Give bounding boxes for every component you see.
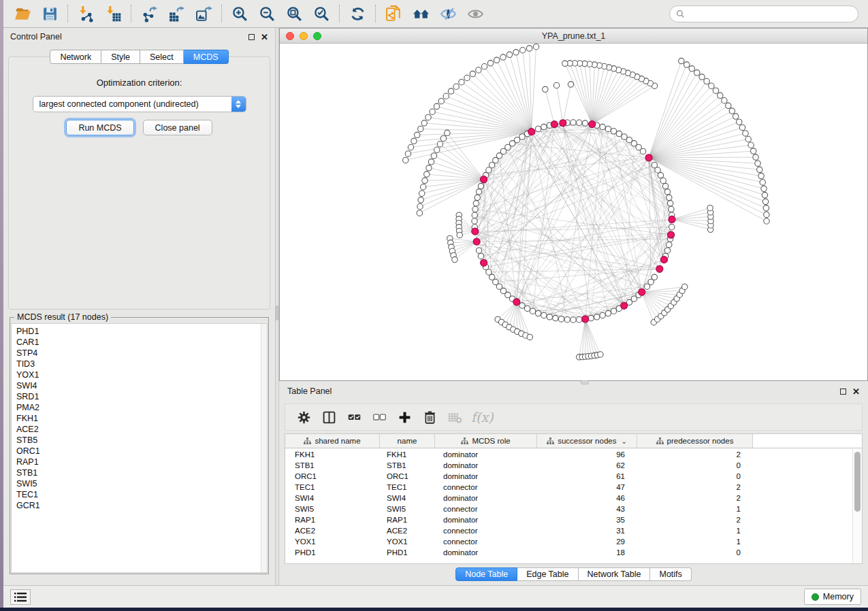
network-node[interactable]: [577, 317, 582, 323]
network-node[interactable]: [611, 129, 616, 134]
add-column-icon[interactable]: [394, 407, 415, 427]
node-table-body[interactable]: FKH1FKH1dominator962STB1STB1dominator620…: [285, 449, 852, 563]
network-node[interactable]: [527, 334, 532, 340]
network-node[interactable]: [739, 125, 745, 130]
network-node[interactable]: [541, 124, 547, 129]
network-node[interactable]: [751, 148, 756, 154]
network-node[interactable]: [729, 108, 735, 114]
tab-network[interactable]: Network: [50, 50, 101, 64]
network-node[interactable]: [562, 61, 568, 66]
splitter-grip[interactable]: [276, 306, 278, 320]
tab-network-table[interactable]: Network Table: [579, 567, 651, 581]
column-header-shared-name[interactable]: shared name: [285, 434, 380, 448]
network-node[interactable]: [408, 144, 413, 150]
mcds-hub-node[interactable]: [669, 216, 675, 222]
network-node[interactable]: [500, 54, 506, 60]
network-node[interactable]: [481, 64, 487, 69]
network-node[interactable]: [611, 308, 616, 314]
table-row[interactable]: RAP1RAP1dominator352: [285, 514, 852, 525]
network-node[interactable]: [616, 131, 622, 136]
network-node[interactable]: [411, 138, 417, 144]
network-node[interactable]: [594, 314, 600, 320]
table-row[interactable]: TEC1TEC1connector472: [285, 482, 852, 493]
network-node[interactable]: [434, 147, 440, 152]
mcds-hub-node[interactable]: [582, 316, 589, 323]
delete-column-icon[interactable]: [419, 407, 440, 427]
network-node[interactable]: [758, 173, 764, 178]
network-node[interactable]: [494, 57, 499, 63]
table-row[interactable]: ORC1ORC1dominator610: [285, 471, 852, 482]
network-canvas[interactable]: [280, 44, 867, 380]
mcds-hub-node[interactable]: [589, 121, 596, 128]
table-row[interactable]: STB1STB1dominator620: [285, 460, 852, 471]
network-node[interactable]: [600, 124, 605, 129]
import-table-icon[interactable]: [101, 3, 125, 24]
network-node[interactable]: [414, 132, 419, 137]
table-scrollbar[interactable]: [852, 449, 862, 563]
mcds-hub-node[interactable]: [481, 259, 487, 266]
zoom-in-icon[interactable]: [228, 3, 251, 24]
network-node[interactable]: [762, 193, 767, 198]
network-node[interactable]: [421, 120, 427, 126]
network-node[interactable]: [476, 67, 481, 73]
export-image-icon[interactable]: [192, 3, 215, 24]
mcds-result-item[interactable]: ORC1: [16, 446, 261, 457]
network-node[interactable]: [577, 120, 582, 125]
mcds-result-item[interactable]: SWI5: [16, 478, 261, 489]
network-window-titlebar[interactable]: YPA_prune.txt_1: [280, 29, 867, 44]
network-node[interactable]: [753, 154, 758, 160]
network-node[interactable]: [535, 310, 541, 316]
mcds-hub-node[interactable]: [513, 299, 520, 306]
mcds-result-item[interactable]: STB1: [16, 467, 261, 478]
memory-button[interactable]: Memory: [804, 589, 861, 605]
network-node[interactable]: [431, 153, 436, 159]
result-list-scrollbar[interactable]: [261, 324, 267, 572]
mcds-result-item[interactable]: TID3: [16, 359, 261, 369]
network-node[interactable]: [666, 195, 672, 200]
network-node[interactable]: [667, 201, 673, 206]
network-node[interactable]: [434, 103, 439, 109]
network-node[interactable]: [762, 199, 768, 204]
optimization-criterion-dropdown[interactable]: largest connected component (undirected): [33, 96, 246, 112]
network-node[interactable]: [743, 131, 748, 136]
network-node[interactable]: [662, 183, 668, 188]
network-node[interactable]: [475, 195, 480, 200]
network-node[interactable]: [736, 119, 741, 125]
network-node[interactable]: [424, 171, 430, 177]
table-row[interactable]: YOX1YOX1connector291: [285, 536, 852, 547]
network-node[interactable]: [658, 172, 663, 178]
network-node[interactable]: [445, 130, 450, 135]
mcds-result-list[interactable]: PHD1CAR1STP4TID3YOX1SWI4SRD1PMA2FKH1ACE2…: [11, 323, 268, 573]
table-row[interactable]: SWI5SWI5connector431: [285, 503, 852, 514]
table-row[interactable]: ACE2ACE2connector311: [285, 525, 852, 536]
tab-motifs[interactable]: Motifs: [650, 567, 691, 581]
network-node[interactable]: [524, 306, 530, 311]
network-node[interactable]: [453, 84, 459, 89]
network-node[interactable]: [699, 74, 705, 80]
network-node[interactable]: [459, 80, 464, 85]
network-node[interactable]: [684, 62, 689, 67]
network-node[interactable]: [570, 120, 576, 125]
network-node[interactable]: [655, 167, 660, 173]
network-node[interactable]: [553, 315, 558, 320]
network-node[interactable]: [478, 253, 483, 259]
tab-style[interactable]: Style: [101, 50, 140, 64]
column-header-predecessor-nodes[interactable]: predecessor nodes: [637, 434, 753, 448]
network-node[interactable]: [438, 98, 444, 103]
network-node[interactable]: [519, 134, 525, 139]
network-node[interactable]: [605, 126, 611, 131]
mcds-result-item[interactable]: GCR1: [16, 500, 261, 511]
network-node[interactable]: [489, 162, 494, 167]
network-node[interactable]: [507, 52, 512, 57]
network-node[interactable]: [600, 312, 605, 318]
zoom-fit-icon[interactable]: [283, 3, 306, 24]
network-node[interactable]: [763, 205, 769, 211]
network-node[interactable]: [430, 109, 435, 114]
network-node[interactable]: [760, 180, 765, 185]
network-node[interactable]: [689, 66, 694, 71]
network-node[interactable]: [564, 317, 570, 323]
close-table-panel-icon[interactable]: ✕: [852, 387, 860, 396]
network-node[interactable]: [726, 103, 731, 108]
mcds-result-item[interactable]: ACE2: [16, 424, 261, 435]
network-node[interactable]: [666, 242, 672, 248]
